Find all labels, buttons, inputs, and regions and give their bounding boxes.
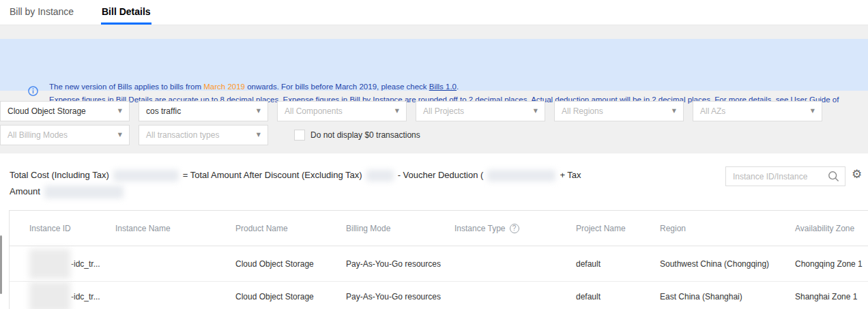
billing-modes-dropdown-value: All Billing Modes [8,130,68,140]
subproduct-dropdown[interactable]: cos traffic ▼ [139,101,268,121]
cost-summary: Total Cost (Including Tax)= Total Amount… [10,167,665,200]
chevron-down-icon: ▼ [672,102,676,121]
product-dropdown[interactable]: Cloud Object Storage ▼ [0,101,130,121]
billing-modes-dropdown[interactable]: All Billing Modes ▼ [0,125,130,145]
bills-1-0-link[interactable]: Bills 1.0 [429,83,457,91]
header-instance-name: Instance Name [115,224,235,233]
zero-transactions-checkbox-group[interactable]: Do not display $0 transactions [294,130,420,141]
chevron-down-icon: ▼ [811,102,815,121]
tab-bar: Bill by Instance Bill Details [0,0,868,25]
cell-billing-mode: Pay-As-You-Go resources [346,292,454,301]
search-box [725,166,845,186]
gear-icon[interactable]: ⚙ [852,168,862,180]
header-instance-id: Instance ID [29,224,115,233]
instance-id-suffix: -idc_tr... [71,259,100,269]
header-billing-mode: Billing Mode [346,224,454,233]
regions-dropdown[interactable]: All Regions ▼ [554,101,684,121]
voucher-value-redacted [487,170,555,181]
bill-details-table: Instance ID Instance Name Product Name B… [9,210,868,309]
chevron-down-icon: ▼ [118,102,122,121]
tab-bill-details[interactable]: Bill Details [101,0,151,25]
table-row: -idc_tr... Cloud Object Storage Pay-As-Y… [10,282,868,309]
chevron-down-icon: ▼ [118,126,122,145]
info-banner: The new version of Bills applies to bill… [0,39,868,91]
info-icon [28,86,38,96]
cell-instance-id: -idc_tr... [29,282,115,309]
transaction-types-dropdown[interactable]: All transaction types ▼ [139,125,268,145]
after-discount-value-redacted [366,170,394,181]
cell-instance-id: -idc_tr... [29,246,115,281]
header-region: Region [660,224,795,233]
cell-product-name: Cloud Object Storage [235,259,346,269]
header-instance-type: Instance Type ? [454,224,576,233]
help-icon[interactable]: ? [510,224,519,233]
cell-billing-mode: Pay-As-You-Go resources [346,259,454,269]
cell-region: East China (Shanghai) [660,292,795,301]
header-product-name: Product Name [235,224,346,233]
filter-row-2: All Billing Modes ▼ All transaction type… [0,125,868,145]
instance-id-redacted [29,282,70,309]
voucher-deduction-label: - Voucher Deduction ( [398,170,484,180]
search-icon[interactable] [828,171,839,182]
banner-line1-pre: The new version of Bills applies to bill… [49,83,203,91]
header-project-name: Project Name [576,224,660,233]
banner-line1-highlight: March 2019 [203,83,245,91]
banner-line1-post: . [457,83,459,91]
azs-dropdown-value: All AZs [700,106,725,116]
total-cost-value-redacted [113,170,179,181]
chevron-down-icon: ▼ [534,102,538,121]
projects-dropdown[interactable]: All Projects ▼ [416,101,545,121]
bill-details-page: Bill by Instance Bill Details The new ve… [0,0,868,309]
product-dropdown-value: Cloud Object Storage [8,106,86,116]
tax-amount-value-redacted [44,186,124,198]
search-input[interactable] [726,172,828,181]
cell-region: Southwest China (Chongqing) [660,259,795,269]
vertical-scrollbar[interactable] [0,235,2,294]
tax-amount-label: Amount [10,186,40,196]
components-dropdown[interactable]: All Components ▼ [277,101,407,121]
cell-availability-zone: Shanghai Zone 1 [795,292,868,301]
table-header-row: Instance ID Instance Name Product Name B… [10,211,868,246]
cell-project-name: default [576,292,660,301]
regions-dropdown-value: All Regions [562,106,603,116]
cell-availability-zone: Chongqing Zone 1 [795,259,868,269]
total-cost-label: Total Cost (Including Tax) [10,170,109,180]
after-discount-label: = Total Amount After Discount (Excluding… [183,170,362,180]
instance-id-suffix: -idc_tr... [71,292,100,301]
zero-transactions-label: Do not display $0 transactions [310,130,420,140]
transaction-types-dropdown-value: All transaction types [146,130,219,140]
cell-product-name: Cloud Object Storage [235,292,346,301]
summary-line-2: Amount [10,183,665,200]
table-row: -idc_tr... Cloud Object Storage Pay-As-Y… [10,246,868,282]
components-dropdown-value: All Components [285,106,343,116]
subproduct-dropdown-value: cos traffic [146,106,181,116]
filter-row-1: Cloud Object Storage ▼ cos traffic ▼ All… [0,101,868,121]
azs-dropdown[interactable]: All AZs ▼ [693,101,822,121]
header-instance-type-label: Instance Type [454,224,506,233]
plus-tax-label: + Tax [560,170,581,180]
summary-line-1: Total Cost (Including Tax)= Total Amount… [10,167,665,183]
chevron-down-icon: ▼ [395,102,399,121]
chevron-down-icon: ▼ [257,126,261,145]
filter-panel: Cloud Object Storage ▼ cos traffic ▼ All… [0,101,868,145]
zero-transactions-checkbox[interactable] [294,130,305,141]
header-availability-zone: Availability Zone [795,224,868,233]
instance-id-redacted [29,249,70,279]
projects-dropdown-value: All Projects [423,106,464,116]
tab-bill-by-instance[interactable]: Bill by Instance [10,0,74,25]
cell-project-name: default [576,259,660,269]
banner-line1-mid: onwards. For bills before March 2019, pl… [245,83,429,91]
chevron-down-icon: ▼ [257,102,261,121]
